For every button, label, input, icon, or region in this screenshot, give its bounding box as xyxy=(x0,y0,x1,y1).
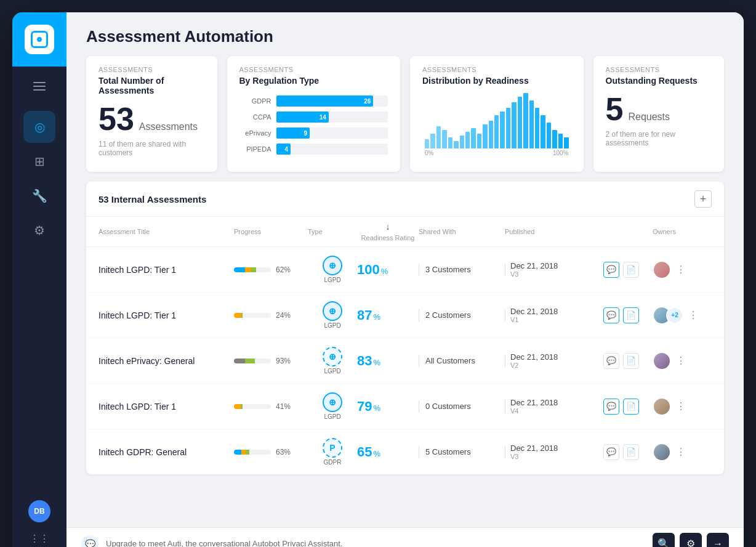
progress-bar xyxy=(234,359,271,363)
stat-card-distribution: Assessments Distribution by Readiness 0%… xyxy=(410,56,584,172)
chat-action-icon[interactable]: 💬 xyxy=(603,399,619,415)
filter-button[interactable]: ⚙ xyxy=(680,533,702,548)
shared-with: 0 Customers xyxy=(419,400,505,413)
tools-icon: 🔧 xyxy=(32,188,47,203)
chat-action-icon[interactable]: 💬 xyxy=(603,444,619,460)
search-icon: 🔍 xyxy=(657,538,670,547)
table-row: Initech GDPR: General 63% P GDPR 65% 5 C… xyxy=(86,429,724,474)
doc-action-icon[interactable]: 📄 xyxy=(623,399,639,415)
type-icon: ⊕ xyxy=(323,347,342,367)
row-more-button[interactable]: ⋮ xyxy=(686,308,701,323)
dist-bar-item xyxy=(454,141,458,148)
row-more-button[interactable]: ⋮ xyxy=(674,399,688,414)
row-more-button[interactable]: ⋮ xyxy=(674,262,688,277)
published-date: Dec 21, 2018 xyxy=(510,352,558,362)
published-date: Dec 21, 2018 xyxy=(510,261,558,270)
sidebar-nav: ◎ ⊞ 🔧 ⚙ xyxy=(23,111,55,500)
actions-cell: 💬 📄 xyxy=(603,262,653,278)
col-shared: Shared With xyxy=(419,222,505,241)
doc-action-icon[interactable]: 📄 xyxy=(623,307,639,323)
chat-action-icon[interactable]: 💬 xyxy=(603,262,619,278)
owners-cell: ⋮ xyxy=(653,352,714,370)
published-date: Dec 21, 2018 xyxy=(510,444,558,453)
dist-bar-item xyxy=(506,108,510,148)
app-logo xyxy=(12,12,66,67)
published-divider xyxy=(505,400,505,413)
grid-icon-button[interactable]: ⋮⋮ xyxy=(28,527,50,547)
shared-count: 3 Customers xyxy=(425,265,471,274)
shared-count: 5 Customers xyxy=(425,447,471,456)
assessments-table: 53 Internal Assessments + Assessment Tit… xyxy=(86,182,724,474)
dist-bar-item xyxy=(460,136,464,148)
sidebar-menu-button[interactable] xyxy=(12,71,66,101)
published-cell: Dec 21, 2018 V3 xyxy=(505,261,603,278)
add-assessment-button[interactable]: + xyxy=(694,190,712,208)
dist-bar-item xyxy=(558,134,563,148)
dist-bar-item xyxy=(471,128,475,148)
published-version: V4 xyxy=(510,407,558,415)
shared-with: 3 Customers xyxy=(419,264,505,276)
regulation-bar-row: ePrivacy 9 xyxy=(239,128,388,139)
row-more-button[interactable]: ⋮ xyxy=(674,445,688,460)
doc-action-icon[interactable]: 📄 xyxy=(623,444,639,460)
dist-bar-item xyxy=(442,130,446,148)
sidebar-item-tools[interactable]: 🔧 xyxy=(23,180,55,212)
outstanding-unit: Requests xyxy=(628,111,670,123)
owner-avatar xyxy=(653,261,671,279)
filter-icon: ⚙ xyxy=(686,538,695,547)
progress-cell: 93% xyxy=(234,357,308,365)
doc-action-icon[interactable]: 📄 xyxy=(623,262,639,278)
dist-bar-item xyxy=(489,121,493,148)
dist-bar-item xyxy=(552,130,557,148)
progress-pct: 41% xyxy=(276,402,291,411)
bar-fill: 9 xyxy=(276,128,310,139)
owners-cell: ⋮ xyxy=(653,397,714,416)
table-row: Initech LGPD: Tier 1 24% ⊕ LGPD 87% 2 Cu… xyxy=(86,293,724,338)
stat-title-dist: Distribution by Readiness xyxy=(422,76,571,86)
sidebar-item-dashboard[interactable]: ⊞ xyxy=(23,145,55,177)
type-label: LGPD xyxy=(324,277,340,283)
assessment-name: Initech LGPD: Tier 1 xyxy=(99,402,234,411)
main-content: Assessment Automation Assessments Total … xyxy=(66,12,744,547)
owner-avatars: +2 xyxy=(653,306,683,325)
doc-action-icon[interactable]: 📄 xyxy=(623,353,639,369)
type-icon: ⊕ xyxy=(323,392,342,412)
shared-with: All Customers xyxy=(419,355,505,367)
owner-avatar xyxy=(653,352,671,370)
dist-bar-item xyxy=(436,126,441,148)
regulation-bar-chart: GDPR 26 CCPA 14 ePrivacy 9 xyxy=(239,93,388,162)
user-avatar-button[interactable]: DB xyxy=(28,500,50,522)
bar-value: 26 xyxy=(364,98,371,105)
published-divider xyxy=(505,446,505,458)
progress-bar xyxy=(234,267,271,272)
progress-pct: 93% xyxy=(276,357,291,365)
type-label: GDPR xyxy=(324,459,342,466)
stat-title-total: Total Number of Assessments xyxy=(99,76,205,95)
owner-avatars xyxy=(653,352,671,370)
search-button[interactable]: 🔍 xyxy=(653,533,675,548)
chat-action-icon[interactable]: 💬 xyxy=(603,307,619,323)
stat-label-dist: Assessments xyxy=(422,66,571,73)
regulation-bar-row: PIPEDA 4 xyxy=(239,144,388,155)
bar-fill: 26 xyxy=(276,95,374,107)
progress-pct: 24% xyxy=(276,311,291,320)
published-cell: Dec 21, 2018 V3 xyxy=(505,444,603,460)
row-more-button[interactable]: ⋮ xyxy=(674,354,688,368)
chat-action-icon[interactable]: 💬 xyxy=(603,353,619,369)
sidebar-item-settings[interactable]: ⚙ xyxy=(23,214,55,246)
type-icon: P xyxy=(323,438,342,458)
published-divider xyxy=(505,309,505,322)
total-unit: Assessments xyxy=(139,121,198,132)
table-row: Initech ePrivacy: General 93% ⊕ LGPD 83%… xyxy=(86,338,724,384)
stat-title-reg: By Regulation Type xyxy=(239,76,388,86)
dist-bar-item xyxy=(564,137,568,148)
shared-with: 5 Customers xyxy=(419,446,505,458)
navigate-button[interactable]: → xyxy=(707,533,729,548)
sidebar: ◎ ⊞ 🔧 ⚙ DB ⋮⋮ xyxy=(12,12,66,547)
globe-icon: ◎ xyxy=(34,120,45,134)
sidebar-item-privacy[interactable]: ◎ xyxy=(23,111,55,143)
bar-fill: 4 xyxy=(276,144,291,155)
dist-bar-item xyxy=(494,115,499,148)
stat-card-regulation: Assessments By Regulation Type GDPR 26 C… xyxy=(227,56,401,172)
type-badge: P GDPR xyxy=(308,438,357,466)
